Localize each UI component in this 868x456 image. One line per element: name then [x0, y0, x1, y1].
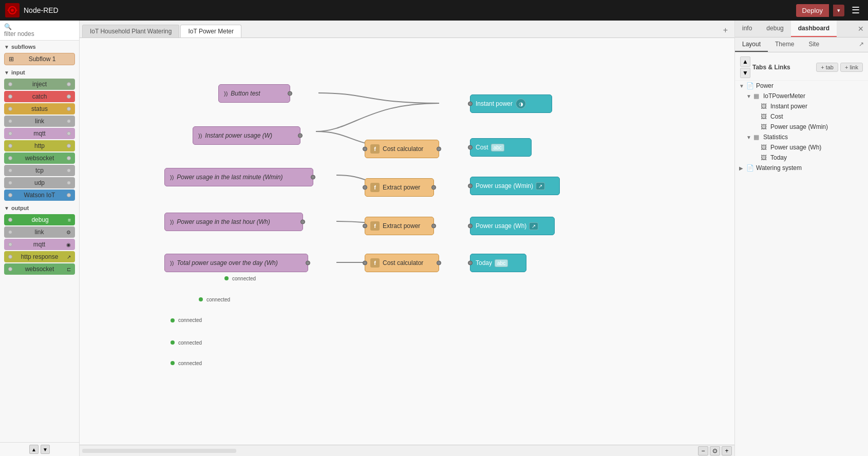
sidebar-scroll: ▼ subflows ⊞ Subflow 1 ▼ input inject ca…	[0, 41, 79, 442]
widget-icon: 🖼	[761, 113, 769, 120]
dash-tab-site[interactable]: Site	[801, 37, 826, 52]
tab-dashboard[interactable]: dashboard	[791, 21, 837, 37]
port-right-icon	[67, 144, 71, 148]
sidebar-item-websocket[interactable]: websocket	[4, 153, 75, 164]
scroll-down-button[interactable]: ▼	[41, 445, 50, 454]
port-out	[298, 134, 303, 138]
deploy-arrow-button[interactable]: ▾	[833, 5, 844, 16]
today-tree-label: Today	[770, 154, 868, 161]
flow-canvas[interactable]: )) Button test connected )) Instant powe…	[80, 38, 734, 445]
section-subflows[interactable]: ▼ subflows	[0, 41, 79, 52]
horizontal-scrollbar[interactable]	[82, 449, 236, 453]
flow-node-extract-power-1[interactable]: f Extract power	[365, 178, 434, 197]
flow-node-power-wmin-out[interactable]: Power usage (Wmin) ↗	[470, 177, 560, 195]
chevron-right-icon: ▶	[739, 165, 746, 171]
tree-item-instant-power[interactable]: 🖼 Instant power	[735, 101, 868, 111]
section-output[interactable]: ▼ output	[0, 202, 79, 213]
zoom-controls: − ⊙ +	[698, 446, 732, 455]
port-out	[431, 185, 436, 190]
flow-node-today-out[interactable]: Today abc	[470, 254, 526, 272]
btn-test-label: Button test	[231, 90, 260, 97]
inject-label: inject	[12, 81, 67, 88]
port-in	[363, 185, 367, 190]
tab-add-button[interactable]: +	[719, 23, 732, 37]
sidebar-item-catch[interactable]: catch	[4, 91, 75, 102]
power-min-label: Power usage in the last minute (Wmin)	[177, 174, 282, 181]
today-out-label: Today	[476, 259, 492, 267]
flow-node-instant-power-out[interactable]: Instant power ◑	[470, 94, 552, 113]
cost-calc-2-label: Cost calculator	[383, 259, 423, 267]
flow-node-power-last-min[interactable]: )) Power usage in the last minute (Wmin)	[164, 168, 313, 186]
flow-node-btn-test[interactable]: )) Button test	[218, 84, 290, 103]
tree-item-cost[interactable]: 🖼 Cost	[735, 111, 868, 122]
sidebar-item-link-in[interactable]: link	[4, 116, 75, 127]
sidebar-item-http-response[interactable]: http response ↗	[4, 251, 75, 262]
sidebar-item-watson-iot[interactable]: Watson IoT	[4, 189, 75, 201]
filter-nodes-input[interactable]	[4, 30, 75, 37]
output-label: output	[11, 205, 29, 211]
zoom-minus-button[interactable]: −	[698, 446, 708, 455]
tree-item-power-wmin[interactable]: 🖼 Power usage (Wmin)	[735, 122, 868, 132]
port-left-icon	[8, 255, 12, 259]
open-dashboard-link[interactable]: ↗	[855, 37, 868, 52]
dash-tab-layout[interactable]: Layout	[735, 37, 768, 52]
sidebar-item-status[interactable]: status	[4, 103, 75, 115]
cost-tree-label: Cost	[770, 113, 868, 120]
link-out-icon: ⚙	[66, 230, 71, 235]
debug-icon: ≡	[68, 217, 71, 223]
page-icon: 📄	[746, 82, 754, 89]
scroll-up-button[interactable]: ▲	[29, 445, 39, 454]
tree-item-statistics[interactable]: ▼ ▦ Statistics	[735, 132, 868, 142]
chevron-down-icon: ▼	[746, 93, 753, 99]
sidebar-item-tcp[interactable]: tcp	[4, 165, 75, 176]
section-input[interactable]: ▼ input	[0, 66, 79, 78]
sidebar-item-mqtt-out[interactable]: mqtt ◉	[4, 239, 75, 250]
port-left-icon	[8, 168, 12, 173]
sidebar-item-websocket-out[interactable]: websocket ⊏	[4, 263, 75, 275]
subflow-icon: ⊞	[9, 55, 14, 63]
catch-label: catch	[12, 93, 67, 100]
sidebar-item-subflow1[interactable]: ⊞ Subflow 1	[4, 53, 75, 65]
sidebar-item-inject[interactable]: inject	[4, 79, 75, 90]
http-label: http	[12, 142, 67, 149]
tab-power[interactable]: IoT Power Meter	[180, 25, 241, 37]
add-link-button[interactable]: + link	[840, 63, 863, 72]
link-out-label: link	[12, 229, 66, 236]
sidebar-item-udp[interactable]: udp	[4, 177, 75, 188]
right-sidebar-close-button[interactable]: ✕	[854, 23, 868, 35]
tree-item-power-wh[interactable]: 🖼 Power usage (Wh)	[735, 142, 868, 153]
flow-node-total-power[interactable]: )) Total power usage over the day (Wh)	[164, 254, 308, 272]
flow-node-extract-power-2[interactable]: f Extract power	[365, 217, 434, 235]
flow-node-instant-usage[interactable]: )) Instant power usage (W)	[193, 126, 300, 145]
flow-node-cost-calc-2[interactable]: f Cost calculator	[365, 254, 439, 272]
tree-item-iotpowermeter[interactable]: ▼ ▦ IoTPowerMeter	[735, 91, 868, 101]
zoom-reset-button[interactable]: ⊙	[710, 446, 720, 455]
deploy-button[interactable]: Deploy	[796, 4, 829, 17]
sidebar-item-http[interactable]: http	[4, 140, 75, 151]
sidebar-item-link-out[interactable]: link ⚙	[4, 226, 75, 238]
flow-node-power-wh-out[interactable]: Power usage (Wh) ↗	[470, 217, 555, 235]
tab-plant[interactable]: IoT Household Plant Watering	[82, 25, 179, 37]
dash-tab-theme[interactable]: Theme	[768, 37, 801, 52]
power-min-icon: ))	[170, 174, 174, 180]
tree-item-watering[interactable]: ▶ 📄 Watering system	[735, 163, 868, 173]
flow-node-power-last-hour[interactable]: )) Power usage in the last hour (Wh)	[164, 213, 303, 231]
widget-icon: 🖼	[761, 154, 769, 161]
flow-node-cost-calc-1[interactable]: f Cost calculator	[365, 140, 439, 158]
gauge-badge: ◑	[516, 99, 526, 109]
zoom-plus-button[interactable]: +	[722, 446, 732, 455]
flow-node-cost-out[interactable]: Cost abc	[470, 138, 532, 157]
instant-usage-connected: connected	[199, 146, 230, 445]
tab-info[interactable]: info	[735, 21, 759, 37]
menu-button[interactable]: ☰	[848, 5, 863, 16]
tab-debug[interactable]: debug	[759, 21, 790, 37]
mqtt-out-icon: ◉	[66, 242, 71, 248]
sort-up-button[interactable]: ▲	[740, 56, 750, 67]
tree-item-today[interactable]: 🖼 Today	[735, 153, 868, 163]
sort-down-button[interactable]: ▼	[740, 68, 750, 78]
sidebar-item-mqtt[interactable]: mqtt	[4, 128, 75, 139]
tree-item-power[interactable]: ▼ 📄 Power	[735, 81, 868, 91]
sidebar-item-debug[interactable]: debug ≡	[4, 214, 75, 225]
func-icon: f	[370, 183, 380, 192]
add-tab-button[interactable]: + tab	[816, 63, 838, 72]
